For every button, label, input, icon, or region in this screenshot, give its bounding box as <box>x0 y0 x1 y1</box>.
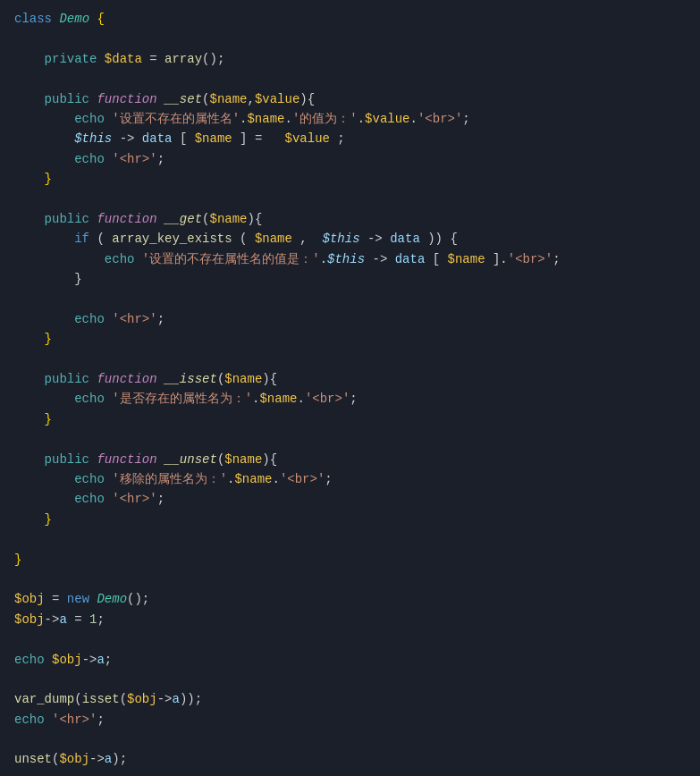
code-content: class Demo { private $data = array(); pu… <box>14 9 686 770</box>
code-editor: class Demo { private $data = array(); pu… <box>14 9 686 770</box>
